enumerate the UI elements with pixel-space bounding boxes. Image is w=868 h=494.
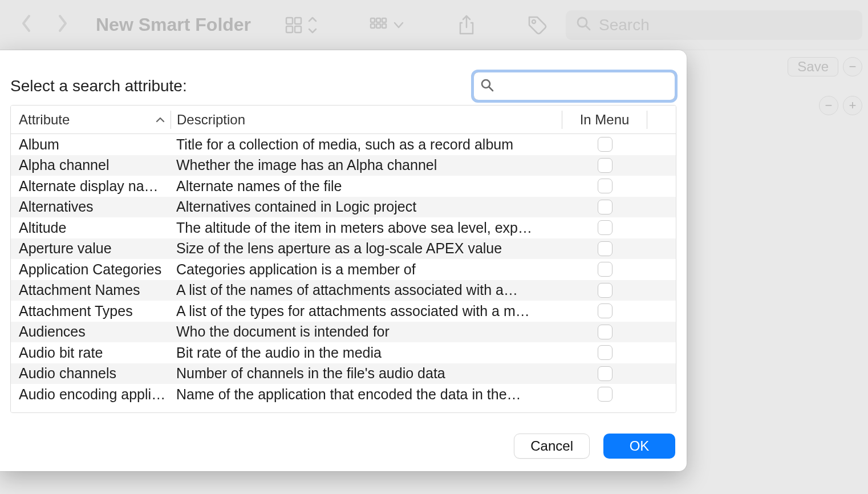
window-title: New Smart Folder (96, 14, 251, 35)
tags-icon[interactable] (527, 15, 547, 35)
svg-rect-2 (286, 26, 293, 33)
column-attribute[interactable]: Attribute (11, 112, 171, 128)
table-row[interactable]: Aperture valueSize of the lens aperture … (11, 238, 676, 260)
table-row[interactable]: Attachment TypesA list of the types for … (11, 301, 676, 322)
sheet-title: Select a search attribute: (10, 77, 187, 95)
svg-rect-3 (295, 26, 301, 33)
nav-back-icon[interactable] (21, 14, 32, 36)
table-row[interactable]: Alternate display nam…Alternate names of… (11, 176, 676, 197)
table-row[interactable]: Audio encoding appli…Name of the applica… (11, 384, 676, 405)
attribute-description: Categories application is a member of (171, 261, 563, 278)
column-in-menu[interactable]: In Menu (562, 112, 647, 128)
in-menu-checkbox[interactable] (598, 137, 613, 152)
attribute-description: Who the document is intended for (171, 323, 563, 340)
in-menu-checkbox[interactable] (598, 179, 613, 193)
attribute-description: Whether the image has an Alpha channel (171, 157, 563, 173)
sheet-search-field[interactable] (473, 72, 675, 100)
table-header: Attribute Description In Menu (11, 106, 676, 134)
group-by-icon[interactable] (370, 16, 406, 34)
attribute-description: Bit rate of the audio in the media (171, 345, 563, 361)
attribute-name: Audio channels (11, 365, 171, 382)
svg-rect-6 (382, 18, 386, 22)
attribute-name: Audio bit rate (11, 345, 171, 361)
attribute-description: A list of the types for attachments asso… (171, 303, 563, 319)
toolbar-search-placeholder: Search (599, 16, 650, 34)
attribute-name: Alpha channel (11, 157, 171, 173)
attribute-description: Number of channels in the file's audio d… (171, 365, 563, 382)
table-row[interactable]: Attachment NamesA list of the names of a… (11, 280, 676, 301)
attribute-name: Attachment Names (11, 282, 171, 298)
svg-line-15 (489, 87, 493, 91)
table-row[interactable]: AlbumTitle for a collection of media, su… (11, 134, 676, 155)
search-icon (480, 78, 494, 94)
attribute-description: The altitude of the item in meters above… (171, 220, 563, 236)
attribute-name: Aperture value (11, 240, 171, 257)
table-row[interactable]: Audio channelsNumber of channels in the … (11, 363, 676, 384)
toolbar-search-field[interactable]: Search (566, 10, 862, 40)
table-row[interactable]: AudiencesWho the document is intended fo… (11, 322, 676, 343)
attribute-picker-sheet: Select a search attribute: Attribute Des… (0, 50, 687, 471)
in-menu-checkbox[interactable] (598, 283, 613, 298)
in-menu-checkbox[interactable] (598, 220, 613, 235)
svg-rect-7 (371, 24, 375, 28)
save-button[interactable]: Save (788, 57, 838, 76)
criteria-minus-button[interactable]: − (819, 96, 838, 115)
table-body[interactable]: AlbumTitle for a collection of media, su… (11, 134, 676, 412)
attribute-name: Attachment Types (11, 303, 171, 319)
attribute-name: Album (11, 136, 171, 153)
in-menu-checkbox[interactable] (598, 200, 613, 214)
attribute-name: Altitude (11, 220, 171, 236)
svg-rect-8 (376, 24, 380, 28)
nav-forward-icon[interactable] (57, 14, 68, 36)
share-icon[interactable] (457, 15, 476, 35)
in-menu-checkbox[interactable] (598, 303, 613, 318)
remove-criteria-button[interactable]: − (843, 57, 862, 76)
attribute-name: Audio encoding appli… (11, 386, 171, 403)
sort-ascending-icon (156, 115, 165, 125)
view-mode-icon[interactable] (285, 16, 318, 34)
in-menu-checkbox[interactable] (598, 345, 613, 360)
in-menu-checkbox[interactable] (598, 241, 613, 256)
attribute-description: A list of the names of attachments assoc… (171, 282, 563, 298)
attribute-name: Application Categories (11, 261, 171, 278)
svg-line-13 (586, 26, 590, 30)
attribute-name: Alternatives (11, 199, 171, 215)
search-icon (576, 16, 591, 35)
attributes-table: Attribute Description In Menu AlbumTitle… (10, 105, 676, 413)
in-menu-checkbox[interactable] (598, 262, 613, 277)
table-row[interactable]: AltitudeThe altitude of the item in mete… (11, 217, 676, 238)
attribute-description: Title for a collection of media, such as… (171, 136, 563, 153)
attribute-description: Alternate names of the file (171, 178, 563, 195)
column-description[interactable]: Description (171, 112, 562, 128)
criteria-plus-button[interactable]: + (843, 96, 862, 115)
in-menu-checkbox[interactable] (598, 387, 613, 402)
svg-rect-0 (286, 18, 293, 24)
svg-rect-1 (295, 18, 301, 24)
attribute-name: Alternate display nam… (11, 178, 171, 195)
table-row[interactable]: Application CategoriesCategories applica… (11, 259, 676, 280)
svg-rect-4 (371, 18, 375, 22)
cancel-button[interactable]: Cancel (514, 434, 590, 459)
in-menu-checkbox[interactable] (598, 366, 613, 381)
in-menu-checkbox[interactable] (598, 325, 613, 339)
attribute-description: Name of the application that encoded the… (171, 386, 563, 403)
svg-rect-9 (382, 24, 386, 28)
ok-button[interactable]: OK (603, 434, 675, 459)
svg-rect-5 (376, 18, 380, 22)
table-row[interactable]: Alpha channelWhether the image has an Al… (11, 155, 676, 176)
in-menu-checkbox[interactable] (598, 158, 613, 173)
table-row[interactable]: AlternativesAlternatives contained in Lo… (11, 197, 676, 218)
table-row[interactable]: Audio bit rateBit rate of the audio in t… (11, 342, 676, 363)
finder-toolbar: New Smart Folder (0, 0, 868, 50)
attribute-description: Size of the lens aperture as a log-scale… (171, 240, 563, 257)
attribute-name: Audiences (11, 323, 171, 340)
svg-point-11 (532, 20, 536, 23)
sheet-search-input[interactable] (473, 72, 675, 100)
attribute-description: Alternatives contained in Logic project (171, 199, 563, 215)
